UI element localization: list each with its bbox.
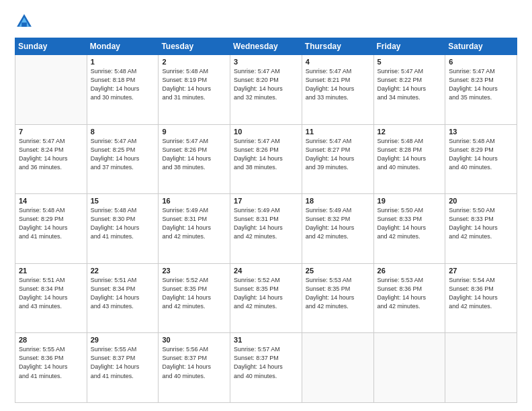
calendar-cell: 19Sunrise: 5:50 AM Sunset: 8:33 PM Dayli… <box>373 194 445 264</box>
day-info: Sunrise: 5:52 AM Sunset: 8:35 PM Dayligh… <box>234 276 298 311</box>
day-info: Sunrise: 5:47 AM Sunset: 8:20 PM Dayligh… <box>234 67 298 102</box>
calendar-header-friday: Friday <box>373 38 445 55</box>
day-info: Sunrise: 5:47 AM Sunset: 8:24 PM Dayligh… <box>19 137 83 172</box>
calendar-cell: 18Sunrise: 5:49 AM Sunset: 8:32 PM Dayli… <box>302 194 373 264</box>
day-info: Sunrise: 5:48 AM Sunset: 8:19 PM Dayligh… <box>162 67 226 102</box>
day-number: 28 <box>19 336 83 344</box>
day-number: 12 <box>378 128 442 136</box>
calendar-cell: 7Sunrise: 5:47 AM Sunset: 8:24 PM Daylig… <box>15 124 87 194</box>
day-info: Sunrise: 5:48 AM Sunset: 8:30 PM Dayligh… <box>91 206 155 241</box>
calendar-header-row: SundayMondayTuesdayWednesdayThursdayFrid… <box>15 38 517 55</box>
day-info: Sunrise: 5:54 AM Sunset: 8:36 PM Dayligh… <box>449 276 513 311</box>
calendar-cell <box>15 55 87 125</box>
day-number: 15 <box>91 197 155 205</box>
day-number: 21 <box>19 267 83 275</box>
header <box>15 12 517 31</box>
day-number: 9 <box>162 128 226 136</box>
svg-rect-2 <box>21 23 27 27</box>
calendar-week-row: 14Sunrise: 5:48 AM Sunset: 8:29 PM Dayli… <box>15 194 517 264</box>
day-number: 24 <box>234 267 298 275</box>
day-info: Sunrise: 5:48 AM Sunset: 8:29 PM Dayligh… <box>449 137 513 172</box>
day-info: Sunrise: 5:49 AM Sunset: 8:31 PM Dayligh… <box>234 206 298 241</box>
calendar-table: SundayMondayTuesdayWednesdayThursdayFrid… <box>15 38 517 403</box>
calendar-week-row: 7Sunrise: 5:47 AM Sunset: 8:24 PM Daylig… <box>15 124 517 194</box>
day-info: Sunrise: 5:50 AM Sunset: 8:33 PM Dayligh… <box>449 206 513 241</box>
calendar-cell <box>445 333 517 403</box>
day-info: Sunrise: 5:48 AM Sunset: 8:18 PM Dayligh… <box>91 67 155 102</box>
day-info: Sunrise: 5:50 AM Sunset: 8:33 PM Dayligh… <box>378 206 442 241</box>
calendar-week-row: 28Sunrise: 5:55 AM Sunset: 8:36 PM Dayli… <box>15 333 517 403</box>
day-info: Sunrise: 5:49 AM Sunset: 8:32 PM Dayligh… <box>306 206 370 241</box>
day-info: Sunrise: 5:47 AM Sunset: 8:21 PM Dayligh… <box>306 67 370 102</box>
day-number: 22 <box>91 267 155 275</box>
day-info: Sunrise: 5:47 AM Sunset: 8:26 PM Dayligh… <box>162 137 226 172</box>
calendar-cell: 9Sunrise: 5:47 AM Sunset: 8:26 PM Daylig… <box>159 124 230 194</box>
day-info: Sunrise: 5:55 AM Sunset: 8:36 PM Dayligh… <box>19 345 83 380</box>
calendar-cell: 21Sunrise: 5:51 AM Sunset: 8:34 PM Dayli… <box>15 263 87 333</box>
day-number: 3 <box>234 58 298 66</box>
day-number: 29 <box>91 336 155 344</box>
calendar-cell: 26Sunrise: 5:53 AM Sunset: 8:36 PM Dayli… <box>373 263 445 333</box>
day-info: Sunrise: 5:47 AM Sunset: 8:25 PM Dayligh… <box>91 137 155 172</box>
day-number: 4 <box>306 58 370 66</box>
calendar-header-monday: Monday <box>87 38 159 55</box>
day-number: 11 <box>306 128 370 136</box>
calendar-cell: 10Sunrise: 5:47 AM Sunset: 8:26 PM Dayli… <box>230 124 302 194</box>
day-number: 17 <box>234 197 298 205</box>
day-info: Sunrise: 5:47 AM Sunset: 8:23 PM Dayligh… <box>449 67 513 102</box>
day-info: Sunrise: 5:51 AM Sunset: 8:34 PM Dayligh… <box>91 276 155 311</box>
calendar-cell: 29Sunrise: 5:55 AM Sunset: 8:37 PM Dayli… <box>87 333 159 403</box>
calendar-cell: 13Sunrise: 5:48 AM Sunset: 8:29 PM Dayli… <box>445 124 517 194</box>
calendar-header-tuesday: Tuesday <box>159 38 230 55</box>
day-info: Sunrise: 5:55 AM Sunset: 8:37 PM Dayligh… <box>91 345 155 380</box>
calendar-cell: 8Sunrise: 5:47 AM Sunset: 8:25 PM Daylig… <box>87 124 159 194</box>
day-info: Sunrise: 5:53 AM Sunset: 8:35 PM Dayligh… <box>306 276 370 311</box>
day-number: 23 <box>162 267 226 275</box>
calendar-cell: 15Sunrise: 5:48 AM Sunset: 8:30 PM Dayli… <box>87 194 159 264</box>
day-info: Sunrise: 5:47 AM Sunset: 8:26 PM Dayligh… <box>234 137 298 172</box>
day-number: 7 <box>19 128 83 136</box>
calendar-cell: 3Sunrise: 5:47 AM Sunset: 8:20 PM Daylig… <box>230 55 302 125</box>
calendar-cell: 22Sunrise: 5:51 AM Sunset: 8:34 PM Dayli… <box>87 263 159 333</box>
day-info: Sunrise: 5:49 AM Sunset: 8:31 PM Dayligh… <box>162 206 226 241</box>
day-number: 2 <box>162 58 226 66</box>
day-number: 27 <box>449 267 513 275</box>
calendar-cell: 27Sunrise: 5:54 AM Sunset: 8:36 PM Dayli… <box>445 263 517 333</box>
day-number: 20 <box>449 197 513 205</box>
calendar-header-saturday: Saturday <box>445 38 517 55</box>
day-number: 18 <box>306 197 370 205</box>
calendar-cell: 25Sunrise: 5:53 AM Sunset: 8:35 PM Dayli… <box>302 263 373 333</box>
calendar-cell: 16Sunrise: 5:49 AM Sunset: 8:31 PM Dayli… <box>159 194 230 264</box>
calendar-cell: 30Sunrise: 5:56 AM Sunset: 8:37 PM Dayli… <box>159 333 230 403</box>
day-info: Sunrise: 5:56 AM Sunset: 8:37 PM Dayligh… <box>162 345 226 380</box>
day-number: 16 <box>162 197 226 205</box>
day-number: 14 <box>19 197 83 205</box>
calendar-cell: 17Sunrise: 5:49 AM Sunset: 8:31 PM Dayli… <box>230 194 302 264</box>
day-number: 10 <box>234 128 298 136</box>
day-number: 25 <box>306 267 370 275</box>
calendar-cell: 31Sunrise: 5:57 AM Sunset: 8:37 PM Dayli… <box>230 333 302 403</box>
calendar-cell: 11Sunrise: 5:47 AM Sunset: 8:27 PM Dayli… <box>302 124 373 194</box>
calendar-cell: 20Sunrise: 5:50 AM Sunset: 8:33 PM Dayli… <box>445 194 517 264</box>
calendar-cell: 28Sunrise: 5:55 AM Sunset: 8:36 PM Dayli… <box>15 333 87 403</box>
calendar-week-row: 21Sunrise: 5:51 AM Sunset: 8:34 PM Dayli… <box>15 263 517 333</box>
calendar-cell: 23Sunrise: 5:52 AM Sunset: 8:35 PM Dayli… <box>159 263 230 333</box>
calendar-header-sunday: Sunday <box>15 38 87 55</box>
day-info: Sunrise: 5:57 AM Sunset: 8:37 PM Dayligh… <box>234 345 298 380</box>
calendar-cell <box>373 333 445 403</box>
day-info: Sunrise: 5:52 AM Sunset: 8:35 PM Dayligh… <box>162 276 226 311</box>
logo-icon <box>15 12 34 31</box>
day-info: Sunrise: 5:48 AM Sunset: 8:28 PM Dayligh… <box>378 137 442 172</box>
day-number: 19 <box>378 197 442 205</box>
day-info: Sunrise: 5:47 AM Sunset: 8:22 PM Dayligh… <box>378 67 442 102</box>
calendar-cell: 12Sunrise: 5:48 AM Sunset: 8:28 PM Dayli… <box>373 124 445 194</box>
calendar-header-thursday: Thursday <box>302 38 373 55</box>
calendar-cell: 5Sunrise: 5:47 AM Sunset: 8:22 PM Daylig… <box>373 55 445 125</box>
day-info: Sunrise: 5:53 AM Sunset: 8:36 PM Dayligh… <box>378 276 442 311</box>
calendar-cell: 4Sunrise: 5:47 AM Sunset: 8:21 PM Daylig… <box>302 55 373 125</box>
day-info: Sunrise: 5:48 AM Sunset: 8:29 PM Dayligh… <box>19 206 83 241</box>
day-info: Sunrise: 5:51 AM Sunset: 8:34 PM Dayligh… <box>19 276 83 311</box>
calendar-header-wednesday: Wednesday <box>230 38 302 55</box>
day-number: 1 <box>91 58 155 66</box>
calendar-week-row: 1Sunrise: 5:48 AM Sunset: 8:18 PM Daylig… <box>15 55 517 125</box>
